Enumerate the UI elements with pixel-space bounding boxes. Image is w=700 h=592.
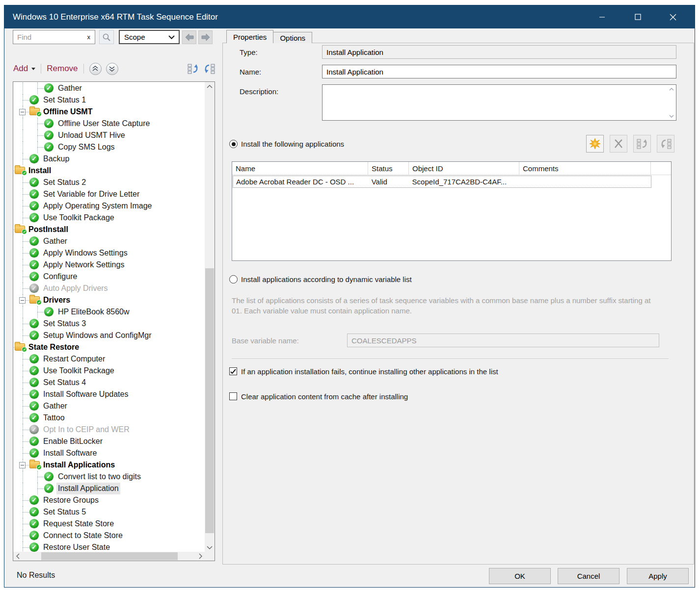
remove-button[interactable]: Remove [47, 64, 78, 74]
tree-item[interactable]: PostInstall [13, 224, 205, 235]
apply-button[interactable]: Apply [627, 568, 689, 584]
step-check-icon [44, 307, 54, 316]
tree-item[interactable]: Drivers [13, 294, 205, 306]
tree-item[interactable]: Set Status 2 [13, 177, 205, 188]
back-button[interactable] [182, 30, 196, 44]
tree-item[interactable]: Install Applications [13, 459, 205, 471]
tree-expander-icon[interactable] [19, 462, 26, 468]
step-check-icon [29, 401, 39, 411]
move-up-icon[interactable] [188, 63, 199, 74]
tree-expander-icon[interactable] [19, 109, 26, 115]
table-column-header[interactable]: Comments [519, 162, 651, 175]
tree-item[interactable]: Use Toolkit Package [13, 212, 205, 224]
tab-options[interactable]: Options [273, 32, 312, 43]
move-item-up-button[interactable] [633, 135, 651, 153]
maximize-button[interactable] [620, 5, 655, 28]
tree-item[interactable]: Install [13, 165, 205, 177]
status-text: No Results [17, 571, 55, 580]
move-down-icon[interactable] [204, 63, 215, 74]
tree-item[interactable]: Set Status 3 [13, 318, 205, 330]
tree-item[interactable]: Request State Store [13, 518, 205, 530]
add-application-button[interactable] [586, 135, 604, 153]
find-input[interactable]: Find x [13, 30, 95, 44]
tree-item-label: Set Variable for Drive Letter [42, 188, 141, 200]
checkbox-continue-on-fail[interactable] [229, 367, 237, 375]
tree-item[interactable]: Opt In to CEIP and WER [13, 424, 205, 436]
name-field[interactable]: Install Application [322, 65, 676, 78]
tree-item-label: Restore Groups [42, 494, 100, 506]
tab-properties[interactable]: Properties [226, 30, 273, 43]
find-clear-icon[interactable]: x [87, 33, 91, 41]
collapse-all-button[interactable] [89, 63, 102, 75]
name-label: Name: [240, 68, 261, 76]
tree-guide-line [23, 182, 29, 183]
forward-button[interactable] [198, 30, 213, 44]
tree-item[interactable]: Convert list to two digits [13, 471, 205, 483]
tree-item[interactable]: Set Variable for Drive Letter [13, 188, 205, 200]
tree-item[interactable]: Set Status 1 [13, 94, 205, 106]
expand-all-button[interactable] [106, 63, 118, 75]
tree-item[interactable]: HP EliteBook 8560w [13, 306, 205, 318]
tree-item[interactable]: Auto Apply Drivers [13, 283, 205, 294]
tree-item[interactable]: Gather [13, 82, 205, 94]
tree-item[interactable]: Enable BitLocker [13, 436, 205, 447]
hscroll-thumb[interactable] [41, 552, 178, 560]
tree-item[interactable]: Offline USMT [13, 106, 205, 118]
tree-item[interactable]: Apply Windows Settings [13, 247, 205, 259]
left-panel: Find x Scope Add Remove [4, 28, 222, 587]
tree-item[interactable]: Restore Groups [13, 494, 205, 506]
checkbox-clear-cache-label: Clear application content from cache aft… [241, 392, 408, 401]
description-field[interactable] [322, 84, 676, 121]
tree-expander-icon[interactable] [19, 297, 26, 304]
tree-guide-line [37, 135, 44, 136]
tree-guide-line [23, 371, 29, 371]
tree-guide-line [23, 129, 23, 141]
tree-item[interactable]: Gather [13, 235, 205, 247]
scope-dropdown[interactable]: Scope [119, 30, 180, 44]
step-check-icon [29, 495, 39, 505]
tree-item[interactable]: Restore User State [13, 541, 205, 552]
tree-item[interactable]: Apply Operating System Image [13, 200, 205, 212]
tree-item[interactable]: Set Status 4 [13, 377, 205, 388]
table-column-header[interactable]: Name [232, 162, 368, 175]
tree-item[interactable]: Configure [13, 271, 205, 283]
radio-install-following[interactable] [229, 140, 238, 148]
tree-item[interactable]: Backup [13, 153, 205, 165]
tree-item[interactable]: Setup Windows and ConfigMgr [13, 330, 205, 341]
tree-guide-line [23, 359, 29, 360]
ok-button[interactable]: OK [489, 568, 551, 584]
tree-item[interactable]: Tattoo [13, 412, 205, 424]
tree-item[interactable]: Apply Network Settings [13, 259, 205, 271]
cancel-button[interactable]: Cancel [558, 568, 619, 584]
application-row[interactable]: Adobe Acrobat Reader DC - OSD ...ValidSc… [233, 176, 651, 188]
tree-item[interactable]: Set Status 5 [13, 506, 205, 518]
tree-vertical-scrollbar[interactable] [205, 82, 215, 552]
tree-item[interactable]: Use Toolkit Package [13, 365, 205, 377]
tree-item[interactable]: Install Application [13, 483, 205, 494]
minimize-button[interactable] [585, 5, 620, 28]
caret-down-icon [31, 68, 35, 70]
vscroll-thumb[interactable] [205, 268, 214, 533]
move-item-down-button[interactable] [657, 135, 674, 153]
tree-item[interactable]: Install Software [13, 447, 205, 459]
table-column-header[interactable]: Status [368, 162, 409, 175]
applications-table[interactable]: NameStatusObject IDComments Adobe Acroba… [232, 161, 672, 261]
tree-item[interactable]: Gather [13, 400, 205, 412]
radio-dynamic-list[interactable] [229, 275, 238, 283]
delete-application-button[interactable] [610, 135, 627, 153]
tree-guide-line [23, 265, 29, 265]
tree-item[interactable]: Restart Computer [13, 353, 205, 365]
tree-item[interactable]: Install Software Updates [13, 388, 205, 400]
tree-item[interactable]: Offline User State Capture [13, 118, 205, 129]
table-column-header[interactable]: Object ID [409, 162, 519, 175]
tree-item[interactable]: Copy SMS Logs [13, 141, 205, 153]
add-button[interactable]: Add [13, 64, 35, 74]
close-button[interactable] [655, 5, 691, 28]
checkbox-clear-cache[interactable] [229, 392, 237, 400]
tree-horizontal-scrollbar[interactable] [13, 552, 205, 561]
search-button[interactable] [99, 30, 114, 44]
tree-item[interactable]: Connect to State Store [13, 530, 205, 541]
tree-item[interactable]: Unload USMT Hive [13, 129, 205, 141]
task-sequence-tree: GatherSet Status 1Offline USMTOffline Us… [13, 81, 215, 561]
tree-item[interactable]: State Restore [13, 341, 205, 353]
